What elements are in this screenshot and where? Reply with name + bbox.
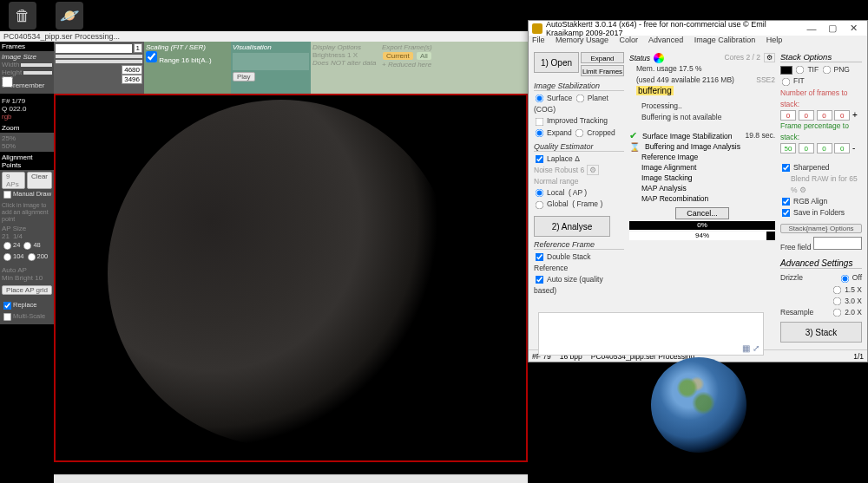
quality-header: Quality Estimator — [534, 142, 624, 152]
nf-2[interactable]: 0 — [799, 110, 814, 121]
width-value: 4680 — [122, 65, 142, 75]
autosize-checkbox[interactable]: Auto size (quality based) — [534, 274, 624, 297]
sharpened-checkbox[interactable]: Sharpened — [780, 162, 862, 173]
nf-4[interactable]: 0 — [834, 110, 850, 121]
vis-header: Visualisation — [233, 43, 309, 51]
color-swatch[interactable] — [780, 66, 792, 75]
normal-range: Normal range — [534, 176, 624, 187]
noise-robust[interactable]: Noise Robust 6 ⚙ — [534, 165, 624, 176]
pf-4[interactable]: 0 — [834, 143, 850, 153]
as-menubar[interactable]: File Memory Usage Color Advanced Image C… — [529, 36, 867, 49]
pf-3[interactable]: 0 — [817, 143, 832, 153]
display-header: Display Options — [312, 43, 378, 51]
limit-frames-button[interactable]: Limit Frames — [581, 65, 624, 76]
slider[interactable] — [56, 60, 142, 63]
step-sis: Surface Image Stabilization — [642, 131, 732, 141]
expand-icon[interactable]: ⤢ — [753, 343, 760, 353]
rgb-indicator: rgb — [2, 113, 52, 121]
menu-help[interactable]: Help — [766, 36, 783, 44]
grid-icon[interactable]: ▦ — [742, 343, 750, 353]
check-icon: ✔ — [629, 130, 637, 141]
stackname-button[interactable]: Stack{name} Options — [780, 224, 862, 233]
nf-1[interactable]: 0 — [780, 110, 796, 121]
step-stack: Image Stacking — [641, 173, 775, 183]
as-stack-column: Stack Options TIF PNG FIT Number of fram… — [780, 52, 862, 344]
export-all-button[interactable]: All — [417, 52, 431, 60]
moon-image — [108, 100, 455, 447]
expand-radio[interactable]: Expand Cropped — [534, 127, 624, 139]
zoom-header: Zoom — [0, 123, 54, 133]
rgb-align-checkbox[interactable]: RGB Align — [780, 196, 862, 207]
image-size-panel: Frames Image Size Width Height remember — [0, 42, 54, 94]
maximize-button[interactable]: ▢ — [822, 23, 843, 34]
image-viewport[interactable] — [54, 94, 528, 462]
zoom-50[interactable]: 50% — [2, 142, 52, 150]
remember-checkbox[interactable]: remember — [2, 82, 44, 89]
close-button[interactable]: ✕ — [843, 23, 864, 34]
aps-button[interactable]: 9 APs — [2, 172, 25, 189]
pf-2[interactable]: 0 — [799, 143, 814, 153]
sb-framecount: 1/1 — [853, 352, 864, 361]
ap-size-label: AP Size — [2, 225, 52, 232]
export-current-button[interactable]: Current — [383, 52, 413, 60]
double-stack-checkbox[interactable]: Double Stack Reference — [534, 251, 624, 274]
freefield-input[interactable] — [813, 237, 862, 250]
progress-top: 0% — [629, 221, 775, 230]
zoom-25[interactable]: 25% — [2, 134, 52, 142]
improved-checkbox[interactable]: Improved Tracking — [534, 115, 624, 127]
play-button[interactable]: Play — [233, 72, 255, 82]
step-bia: Buffering and Image Analysis — [645, 141, 740, 152]
nframes-label: Number of frames to stack: — [780, 88, 862, 110]
frame-slider[interactable] — [56, 44, 132, 53]
viewer-titlebar[interactable]: PC040534_pipp.ser Processing... — [0, 31, 528, 42]
as-left-column: 1) Open Expand Limit Frames Image Stabil… — [534, 52, 624, 344]
surface-radio[interactable]: Surface Planet (COG) — [534, 93, 624, 115]
expand-button[interactable]: Expand — [581, 52, 624, 63]
step-ref: Reference Image — [641, 152, 775, 162]
viewer-window: PC040534_pipp.ser Processing... Frames I… — [0, 31, 528, 483]
nf-3[interactable]: 0 — [817, 110, 832, 121]
processing-label: Processing.. — [641, 101, 775, 112]
place-ap-button[interactable]: Place AP grid — [2, 285, 52, 295]
stack-button[interactable]: 3) Stack — [780, 322, 862, 343]
cancel-button[interactable]: Cancel... — [675, 207, 729, 219]
laplace-checkbox[interactable]: Laplace Δ — [534, 153, 624, 165]
replace-checkbox[interactable]: Replace — [2, 300, 52, 311]
minimize-button[interactable]: — — [801, 23, 822, 34]
menu-calib[interactable]: Image Calibration — [694, 36, 756, 44]
mem-detail: (used 449 available 2116 MB) — [636, 75, 734, 86]
cores-gear-icon[interactable]: ⚙ — [764, 53, 775, 62]
as-titlebar[interactable]: AutoStakkert! 3.0.14 (x64) - free for no… — [529, 21, 867, 36]
status-header: Status — [629, 54, 650, 62]
clear-button[interactable]: Clear — [27, 172, 52, 189]
range-checkbox[interactable]: Range 16 bit(A..) — [146, 56, 212, 64]
local-radio[interactable]: Local ( AP ) — [534, 187, 624, 199]
ap-104[interactable]: 104 200 — [2, 251, 52, 263]
horizontal-scrollbar[interactable] — [54, 474, 528, 483]
multiscale-checkbox[interactable]: Multi-Scale — [2, 311, 52, 323]
stabilization-header: Image Stabilization — [534, 82, 624, 91]
slider[interactable] — [56, 55, 142, 58]
open-button[interactable]: 1) Open — [534, 52, 579, 73]
scaling-header: Scaling (FIT / SER) — [146, 43, 229, 51]
menu-memory[interactable]: Memory Usage — [556, 36, 608, 44]
global-radio[interactable]: Global ( Frame ) — [534, 199, 624, 210]
as-status-column: Status Cores 2 / 2 ⚙ Mem. usage 17.5 % (… — [629, 52, 775, 344]
save-folders-checkbox[interactable]: Save in Folders — [780, 207, 862, 219]
export-header: Export Frame(s) — [382, 43, 526, 51]
analyse-button[interactable]: 2) Analyse — [534, 216, 610, 237]
menu-file[interactable]: File — [532, 36, 545, 44]
menu-advanced[interactable]: Advanced — [648, 36, 683, 44]
colorwheel-icon — [654, 53, 664, 63]
cores-label: Cores 2 / 2 — [724, 52, 760, 63]
manual-draw-checkbox[interactable]: Manual Draw — [2, 189, 52, 200]
step-map: MAP Analysis — [641, 183, 775, 193]
auto-ap-label: Auto AP — [2, 266, 52, 274]
visualisation-panel: Visualisation Play — [231, 42, 311, 94]
ap-24[interactable]: 24 48 — [2, 240, 52, 251]
pf-1[interactable]: 50 — [780, 143, 796, 153]
hourglass-icon: ⌛ — [629, 142, 640, 152]
menu-color[interactable]: Color — [620, 36, 639, 44]
gear-icon[interactable]: ⚙ — [799, 186, 806, 194]
frames-panel: 1 4680 3496 — [54, 42, 144, 94]
